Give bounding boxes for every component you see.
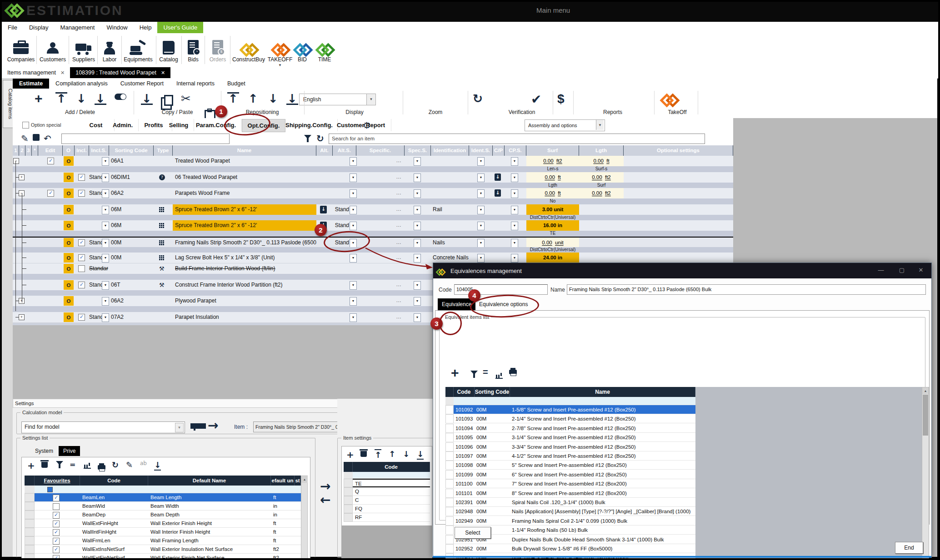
move-top-icon[interactable]: ↑ (228, 92, 238, 105)
cp-state-dropdown-icon[interactable]: ▼ (511, 239, 518, 248)
setting-unit-cell[interactable]: ft (271, 493, 301, 502)
cp-state-dropdown-icon[interactable]: ▼ (511, 189, 518, 198)
include-dropdown-icon[interactable]: ▼ (102, 189, 109, 198)
setting-code-cell[interactable]: WallExtInsNetSurf (80, 545, 148, 554)
setting-unit-cell[interactable]: ft (271, 528, 301, 536)
identification-dropdown-icon[interactable]: ▼ (477, 206, 485, 214)
include-dropdown-icon[interactable]: ▼ (102, 281, 109, 290)
setting-code-cell[interactable]: WallFrmLen (80, 536, 148, 545)
dlg-code-cell[interactable]: 102391 (454, 498, 475, 507)
dlg-sorting-cell[interactable]: 00M (475, 405, 510, 414)
dlg-row-selector[interactable] (445, 470, 454, 479)
setting-code-cell[interactable]: WallExtFinNetSurf (80, 554, 148, 560)
assembly-options-dropdown[interactable]: Assembly and options (525, 119, 605, 131)
row-selector[interactable] (25, 536, 35, 545)
dlg-sorting-cell[interactable]: 00M (475, 424, 510, 433)
favourite-cell[interactable]: ✓ (35, 528, 80, 536)
setting-code-cell[interactable]: WallIntFinHght (80, 528, 148, 536)
dlg-row-selector[interactable] (445, 433, 454, 442)
dlg-name-cell[interactable]: 5" Screw and Insert Pre-assembled #12 (B… (510, 461, 695, 470)
dlg-sorting-cell[interactable]: 00M (475, 516, 510, 525)
copy-icon[interactable] (161, 97, 172, 110)
tree-expander-icon[interactable]: + (19, 314, 25, 320)
recalculate-icon[interactable]: ↻ (473, 92, 483, 105)
view-tab-internal-reports[interactable]: Internal reports (170, 79, 221, 89)
dlg-row-selector[interactable] (445, 405, 454, 414)
dlg-sorting-cell[interactable]: 00M (475, 544, 510, 553)
config-tab-customer-report[interactable]: Customer Report (331, 119, 391, 131)
include-checkbox[interactable]: ✓ (78, 190, 85, 197)
dlg-sorting-cell[interactable]: 00M (475, 461, 510, 470)
app-button-customers[interactable]: Customers (35, 36, 70, 63)
row-selector[interactable] (25, 528, 35, 536)
is-code-cell[interactable]: RF (353, 513, 430, 522)
setting-name-cell[interactable]: Wall Framing Length (148, 536, 271, 545)
specific-dropdown-icon[interactable]: ▼ (414, 222, 421, 230)
settings-scrollbar[interactable]: ▲ (301, 476, 308, 560)
dlg-sorting-cell[interactable]: 00M (475, 507, 510, 516)
include-dropdown-icon[interactable]: ▼ (102, 173, 109, 182)
dlg-row-selector[interactable] (445, 451, 454, 461)
dlg-sorting-cell[interactable]: 00M (475, 498, 510, 507)
dlg-name-cell[interactable]: 2-7/8" Screw and Insert Pre-assembled #1… (510, 424, 695, 433)
favourite-cell[interactable]: ✓ (35, 554, 80, 560)
row-selector[interactable] (25, 519, 35, 528)
value-cell[interactable]: 0.00 ft2 (579, 172, 624, 183)
include-dropdown-icon[interactable]: ▼ (102, 222, 109, 230)
dlg-row-selector[interactable] (445, 516, 454, 525)
alternate-dropdown-icon[interactable]: ▼ (350, 313, 357, 322)
grid-row[interactable]: O▼06MSpruce Treated Brown 2" x 6" -12'↓S… (13, 204, 733, 215)
settings-filter-row[interactable] (35, 486, 301, 493)
favourite-checkbox[interactable]: ✓ (53, 555, 60, 560)
dlg-code-cell[interactable]: 101092 (454, 405, 475, 414)
include-dropdown-icon[interactable]: ▼ (102, 313, 109, 322)
search-input[interactable]: Search for an item (329, 134, 705, 144)
scroll-thumb[interactable] (923, 395, 928, 436)
include-dropdown-icon[interactable]: ▼ (102, 254, 109, 263)
dialog-filter-funnel-icon[interactable] (470, 370, 478, 379)
is-code-cell[interactable]: TE (353, 479, 430, 487)
dlg-name-cell[interactable]: 1-5/8" Screw and Insert Pre-assembled #1… (510, 405, 695, 414)
view-tab-estimate[interactable]: Estimate (13, 79, 49, 89)
view-tab-budget[interactable]: Budget (221, 79, 252, 89)
identification-dropdown-icon[interactable]: ▼ (477, 157, 485, 166)
specific-ellipsis-button[interactable]: ... (396, 223, 401, 228)
specific-dropdown-icon[interactable]: ▼ (414, 189, 421, 198)
value-cell[interactable]: 0.00 ft (579, 156, 624, 166)
row-selector[interactable] (25, 493, 35, 502)
cp-down-icon[interactable]: ↓ (495, 173, 501, 181)
dlg-sorting-cell[interactable]: 00M (475, 470, 510, 479)
takeoff-diamond-icon[interactable] (661, 94, 677, 105)
value-cell[interactable]: 16.00 in (526, 220, 579, 231)
is-row-selector[interactable] (344, 505, 353, 513)
name-field[interactable]: Framing Nails Strip Smooth 2" D30°_ 0.11… (567, 284, 926, 295)
move-up-icon[interactable]: ↑ (389, 449, 395, 459)
dlg-code-cell[interactable]: 101100 (454, 479, 475, 488)
language-select-caret-icon[interactable]: ▼ (366, 94, 376, 105)
setting-name-cell[interactable]: Beam Length (148, 493, 271, 502)
dlg-row-selector[interactable] (445, 498, 454, 507)
trash-icon[interactable] (41, 460, 48, 470)
dlg-row-selector[interactable] (445, 535, 454, 544)
setting-code-cell[interactable]: BeamWid (80, 502, 148, 510)
pencil-icon[interactable]: ✎ (21, 133, 29, 144)
specific-dropdown-icon[interactable]: ▼ (414, 157, 421, 166)
alternate-dropdown-icon[interactable]: ▼ (350, 189, 357, 198)
value-cell[interactable]: 0.00 ft2 (526, 156, 579, 166)
menu-item-window[interactable]: Window (100, 22, 133, 33)
verify-check-icon[interactable]: ✔ (531, 92, 541, 107)
dlg-name-cell[interactable]: Nails [Application] [Assembly] [Type] [?… (510, 507, 695, 516)
pencil-icon[interactable]: ✎ (126, 460, 133, 470)
include-checkbox[interactable] (78, 265, 85, 272)
include-checkbox[interactable]: ✓ (78, 282, 85, 288)
edit-checkbox[interactable]: ✓ (47, 158, 54, 164)
alternate-dropdown-icon[interactable]: ▼ (350, 297, 357, 306)
toggle-icon[interactable] (115, 94, 126, 100)
setting-unit-cell[interactable]: in (271, 502, 301, 510)
app-button-orders[interactable]: $Orders (200, 36, 235, 63)
select-button[interactable]: Select (455, 527, 491, 539)
identification-dropdown-icon[interactable]: ▼ (477, 222, 485, 230)
setting-name-cell[interactable]: Wall Exterior Finish Height (148, 519, 271, 528)
funnel-icon[interactable] (55, 460, 64, 471)
tree-expander-icon[interactable]: − (13, 158, 19, 164)
